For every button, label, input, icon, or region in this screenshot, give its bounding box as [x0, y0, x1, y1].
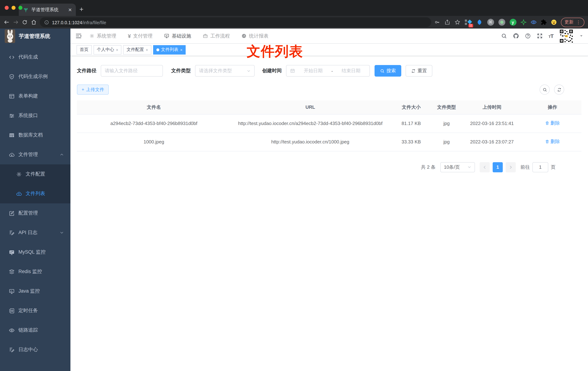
delete-button[interactable]: 删除: [545, 138, 560, 145]
browser-tab[interactable]: 芋道管理系统 ✕: [19, 4, 76, 16]
url-host: 127.0.0.1:1024: [52, 20, 82, 25]
minimize-window-button[interactable]: [11, 6, 16, 10]
topnav-workflow[interactable]: 工作流程: [203, 33, 230, 39]
yen-icon: ¥: [128, 33, 131, 39]
zoom-window-button[interactable]: [18, 6, 22, 10]
refresh-icon: [411, 68, 416, 73]
extension-eye-icon[interactable]: [531, 19, 537, 25]
close-window-button[interactable]: [5, 6, 9, 10]
sidebar-item-code-gen[interactable]: 代码生成: [0, 47, 70, 67]
tag-file-list[interactable]: 文件列表 ×: [153, 45, 186, 54]
sidebar-item-file-manage[interactable]: 文件管理: [0, 145, 70, 164]
site-info-icon[interactable]: [44, 20, 49, 25]
fullscreen-icon[interactable]: [536, 33, 543, 39]
next-page-button[interactable]: [506, 162, 516, 172]
sidebar-item-file-config[interactable]: 文件配置: [0, 164, 70, 184]
back-icon[interactable]: [4, 19, 10, 25]
close-icon[interactable]: ×: [180, 47, 183, 52]
tab-close-icon[interactable]: ✕: [67, 7, 73, 13]
document-edit-icon: [9, 347, 15, 353]
chevron-down-icon: [247, 69, 251, 73]
browser-menu-icon[interactable]: ⋮: [576, 20, 581, 25]
file-type-select[interactable]: 请选择文件类型: [195, 65, 255, 77]
share-icon[interactable]: [444, 19, 450, 25]
sidebar-item-code-demo[interactable]: 代码生成示例: [0, 67, 70, 86]
caret-down-icon[interactable]: [579, 34, 583, 38]
macos-traffic-lights[interactable]: [5, 6, 22, 10]
app-logo-row[interactable]: 芋道管理系统: [0, 29, 70, 44]
sidebar-item-label: Java 监控: [18, 288, 40, 294]
tag-file-config[interactable]: 文件配置 ×: [123, 45, 151, 54]
page-size-select[interactable]: 10条/页: [440, 162, 475, 172]
start-date-placeholder[interactable]: 开始日期: [298, 68, 328, 74]
extensions-puzzle-icon[interactable]: [541, 19, 547, 25]
extension-y-icon[interactable]: y: [509, 19, 516, 26]
file-path-input[interactable]: 请输入文件路径: [101, 65, 163, 77]
sidebar-item-file-list[interactable]: 文件列表: [0, 184, 70, 203]
home-icon[interactable]: [31, 19, 37, 25]
date-range-picker[interactable]: 开始日期 - 结束日期: [286, 65, 370, 77]
cell-file-size: 33.33 KB: [390, 133, 432, 151]
table-toolbar: + 上传文件: [77, 85, 581, 95]
profile-emoji-icon[interactable]: [551, 19, 557, 25]
reload-icon[interactable]: [22, 19, 28, 25]
close-icon[interactable]: ×: [116, 47, 118, 52]
extension-recorder-icon[interactable]: [498, 19, 505, 26]
file-table: 文件名 URL 文件大小 文件类型 上传时间 操作 a294ecb2-73dd-…: [77, 100, 581, 151]
sidebar-item-java-monitor[interactable]: Java 监控: [0, 281, 70, 301]
search-icon[interactable]: [501, 33, 507, 39]
topnav-infrastructure[interactable]: 基础设施: [164, 33, 191, 39]
navbar-right: TT: [501, 29, 583, 43]
page-content: 文件路径 请输入文件路径 文件类型 请选择文件类型 创建时间 开始日期 - 结: [70, 56, 588, 371]
url-bar[interactable]: 127.0.0.1:1024/infra/file/file: [40, 17, 431, 27]
topnav-payment[interactable]: ¥ 支付管理: [128, 33, 153, 39]
sidebar-item-log-center[interactable]: 日志中心: [0, 340, 70, 360]
tag-profile[interactable]: 个人中心 ×: [94, 45, 122, 54]
sidebar-item-system-api[interactable]: 系统接口: [0, 106, 70, 125]
end-date-placeholder[interactable]: 结束日期: [336, 68, 366, 74]
cell-file-size: 81.17 KB: [390, 114, 432, 133]
extension-star-icon[interactable]: [520, 19, 527, 25]
filter-form: 文件路径 请输入文件路径 文件类型 请选择文件类型 创建时间 开始日期 - 结: [77, 65, 581, 77]
gauge-icon: [242, 33, 247, 39]
search-button[interactable]: 搜索: [375, 65, 401, 77]
extension-command-icon[interactable]: ⌘: [487, 19, 494, 26]
sidebar-item-api-log[interactable]: API 日志: [0, 223, 70, 242]
extension-tabs-icon[interactable]: 11: [464, 19, 472, 26]
sidebar-item-redis-monitor[interactable]: Redis 监控: [0, 262, 70, 281]
user-avatar-qr[interactable]: [559, 29, 574, 43]
sidebar-item-db-doc[interactable]: 数据库文档: [0, 125, 70, 145]
goto-page-input[interactable]: [532, 162, 548, 172]
col-file-type: 文件类型: [433, 100, 461, 114]
toggle-search-button[interactable]: [540, 85, 550, 95]
sidebar-item-mysql-monitor[interactable]: MySQL 监控: [0, 242, 70, 262]
reset-button[interactable]: 重置: [406, 65, 432, 77]
github-icon[interactable]: [513, 33, 519, 39]
monitor-chart-icon: [9, 249, 15, 255]
font-size-icon[interactable]: TT: [548, 33, 553, 39]
sidebar-item-config-manage[interactable]: 配置管理: [0, 203, 70, 223]
new-tab-button[interactable]: +: [79, 5, 84, 13]
prev-page-button[interactable]: [480, 162, 490, 172]
bookmark-star-icon[interactable]: [454, 19, 461, 25]
page-number-1[interactable]: 1: [493, 162, 503, 172]
upload-file-button[interactable]: + 上传文件: [77, 85, 109, 95]
sidebar-collapse-icon[interactable]: [75, 32, 82, 39]
forward-icon[interactable]: [13, 19, 19, 25]
close-icon[interactable]: ×: [146, 47, 148, 52]
refresh-table-button[interactable]: [554, 85, 564, 95]
cell-file-name: a294ecb2-73dd-4353-bf40-296b8931d0bf: [77, 114, 231, 133]
sidebar-item-form-builder[interactable]: 表单构建: [0, 86, 70, 106]
chevron-down-icon: [467, 165, 471, 169]
password-key-icon[interactable]: [434, 19, 440, 25]
topnav-system[interactable]: 系统管理: [89, 33, 116, 39]
sidebar-item-scheduled-tasks[interactable]: 定时任务: [0, 301, 70, 320]
topnav-report[interactable]: 统计报表: [242, 33, 269, 39]
chrome-update-button[interactable]: 更新 ⋮: [561, 18, 584, 27]
extension-kite-icon[interactable]: [476, 19, 483, 26]
sidebar-item-trace[interactable]: 链路追踪: [0, 320, 70, 340]
col-file-size: 文件大小: [390, 100, 432, 114]
delete-button[interactable]: 删除: [545, 119, 560, 127]
help-icon[interactable]: [525, 33, 531, 39]
tag-home[interactable]: 首页: [77, 45, 92, 54]
